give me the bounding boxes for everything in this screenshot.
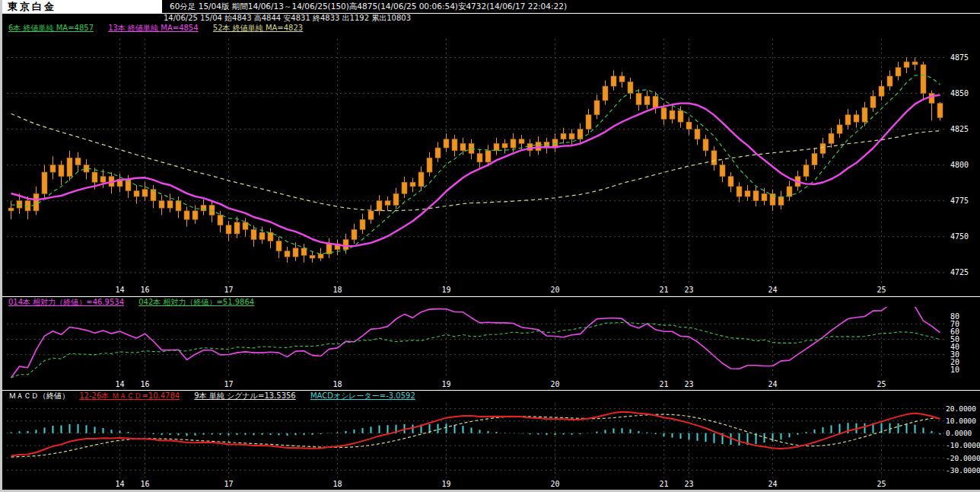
chart-info-line: 60分足 15/04版 期間14/06/13～14/06/25(150)高487… <box>162 0 567 13</box>
svg-text:21: 21 <box>659 286 668 294</box>
ma13-legend-item: 13本 終値単純 MA=4854 <box>108 24 198 32</box>
chart-window: 東京白金 60分足 15/04版 期間14/06/13～14/06/25(150… <box>0 0 980 492</box>
svg-text:20.0000: 20.0000 <box>946 404 976 413</box>
ma-legend: 6本 終値単純 MA=4857 13本 終値単純 MA=4854 52本 終値単… <box>2 23 980 33</box>
svg-text:4800: 4800 <box>950 161 969 169</box>
svg-text:4825: 4825 <box>950 125 969 133</box>
svg-text:16: 16 <box>140 480 149 488</box>
svg-text:18: 18 <box>332 286 342 294</box>
svg-text:23: 23 <box>684 286 693 294</box>
svg-text:20: 20 <box>550 480 559 488</box>
header-row: 東京白金 60分足 15/04版 期間14/06/13～14/06/25(150… <box>2 0 980 14</box>
svg-text:-20.0000: -20.0000 <box>946 454 980 462</box>
svg-text:19: 19 <box>441 480 450 488</box>
macd-legend: ＭＡＣＤ（終値） 12-26本 ＭＡＣＤ=10.4784 9本 単純 シグナル=… <box>2 390 980 401</box>
svg-text:16: 16 <box>140 286 149 294</box>
svg-text:17: 17 <box>224 286 233 294</box>
svg-text:17: 17 <box>224 480 233 488</box>
svg-text:14: 14 <box>115 480 124 488</box>
svg-text:-10.0000: -10.0000 <box>946 441 980 449</box>
svg-text:4750: 4750 <box>950 232 969 241</box>
svg-text:20: 20 <box>550 380 559 388</box>
svg-text:14: 14 <box>115 380 124 388</box>
svg-text:4875: 4875 <box>950 53 969 62</box>
svg-text:16: 16 <box>140 380 149 388</box>
svg-text:25: 25 <box>877 380 886 388</box>
ma6-legend-item: 6本 終値単純 MA=4857 <box>8 24 94 32</box>
svg-text:19: 19 <box>441 286 450 294</box>
svg-text:17: 17 <box>224 380 233 388</box>
instrument-title: 東京白金 <box>2 0 162 13</box>
svg-text:21: 21 <box>659 480 668 488</box>
price-chart-canvas: 1416171819202123242548754850482548004775… <box>2 33 980 296</box>
svg-text:24: 24 <box>768 480 777 488</box>
rsi42-legend-item: 042本 相対力（終値）=51.9864 <box>138 298 254 306</box>
svg-text:4725: 4725 <box>950 268 969 276</box>
rsi-chart-canvas: 141617181920212324258070605040302010 <box>2 307 980 390</box>
svg-text:19: 19 <box>441 380 450 388</box>
svg-text:18: 18 <box>332 380 342 388</box>
macd-oscillator-legend-item: MACDオシレーター=-3.0592 <box>310 391 415 400</box>
svg-text:18: 18 <box>332 480 342 488</box>
rsi14-legend-item: 014本 相対力（終値）=46.9534 <box>8 298 124 306</box>
svg-text:4850: 4850 <box>950 89 969 97</box>
svg-text:25: 25 <box>877 480 886 488</box>
svg-text:10.0000: 10.0000 <box>946 417 976 425</box>
macd-chart-canvas: 1416171819202123242520.000010.00000.0000… <box>2 401 980 490</box>
svg-text:23: 23 <box>684 380 693 388</box>
macd-title: ＭＡＣＤ（終値） <box>8 391 69 400</box>
macd-value-legend-item: 12-26本 ＭＡＣＤ=10.4784 <box>79 391 180 400</box>
ma52-legend-item: 52本 終値単純 MA=4823 <box>213 24 303 32</box>
rsi-legend: 014本 相対力（終値）=46.9534 042本 相対力（終値）=51.986… <box>2 296 980 307</box>
svg-text:4775: 4775 <box>950 196 969 205</box>
svg-text:24: 24 <box>768 286 777 294</box>
svg-text:20: 20 <box>550 286 559 294</box>
svg-text:-30.0000: -30.0000 <box>946 466 980 474</box>
svg-text:21: 21 <box>659 380 668 388</box>
svg-text:14: 14 <box>115 286 124 294</box>
svg-text:23: 23 <box>684 480 693 488</box>
svg-text:25: 25 <box>877 286 886 294</box>
svg-text:0.0000: 0.0000 <box>946 429 972 437</box>
svg-text:10: 10 <box>950 366 959 374</box>
svg-text:24: 24 <box>768 380 777 388</box>
macd-signal-legend-item: 9本 単純 シグナル=13.5356 <box>194 391 295 400</box>
quote-line: 14/06/25 15/04 始4843 高4844 安4831 終4833 出… <box>2 14 980 23</box>
